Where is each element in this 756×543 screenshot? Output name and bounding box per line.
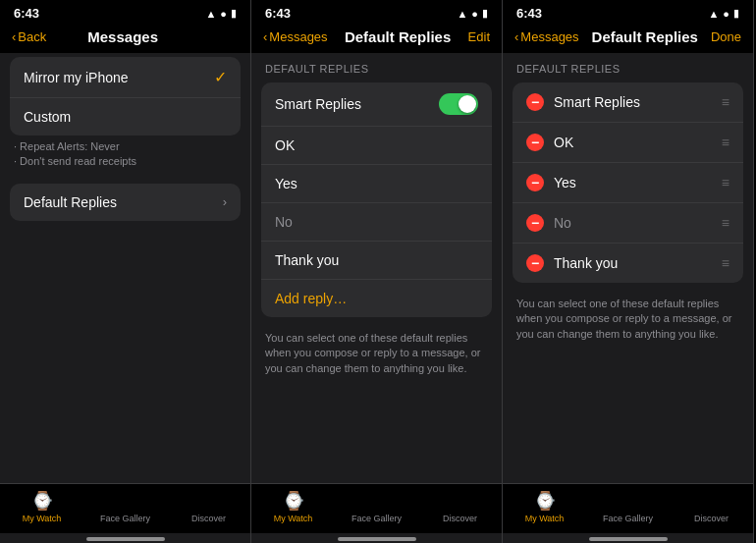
done-button[interactable]: Done: [711, 29, 741, 44]
reply-thankyou-item[interactable]: Thank you: [261, 242, 492, 280]
smart-replies-item[interactable]: Smart Replies: [261, 82, 492, 127]
panel-default-replies-edit: 6:43 ▲ ● ▮ ‹ Messages Default Replies Do…: [503, 0, 754, 543]
status-icons-2: ▲ ● ▮: [457, 7, 488, 20]
back-button-1[interactable]: ‹ Back: [12, 29, 46, 44]
my-watch-label-2: My Watch: [274, 514, 313, 523]
home-indicator-3: [589, 537, 668, 541]
signal-icon-2: ▲: [457, 8, 467, 20]
back-chevron-icon-2: ‹: [263, 29, 267, 44]
delete-no-icon[interactable]: [526, 214, 544, 232]
tab-face-gallery-3[interactable]: ◻ Face Gallery: [586, 490, 670, 523]
discover-label: Discover: [191, 514, 226, 523]
back-button-3[interactable]: ‹ Messages: [514, 29, 579, 44]
smart-replies-toggle[interactable]: [439, 93, 478, 115]
footnote-2: You can select one of these default repl…: [251, 327, 502, 386]
signal-icon: ▲: [205, 8, 216, 20]
reply-ok-label: OK: [275, 137, 478, 153]
drag-handle-thankyou[interactable]: ≡: [722, 255, 729, 271]
delete-thankyou-icon[interactable]: [526, 254, 544, 272]
nav-title-2: Default Replies: [345, 28, 451, 45]
tab-face-gallery-1[interactable]: ◻ Face Gallery: [83, 490, 167, 523]
delete-smart-replies-icon[interactable]: [526, 93, 544, 111]
nav-bar-2: ‹ Messages Default Replies Edit: [251, 23, 502, 53]
content-2: DEFAULT REPLIES Smart Replies OK Yes No …: [251, 53, 502, 483]
section-label-3: DEFAULT REPLIES: [503, 53, 753, 79]
add-reply-item[interactable]: Add reply…: [261, 280, 492, 317]
mirror-iphone-item[interactable]: Mirror my iPhone ✓: [10, 57, 241, 98]
status-time-2: 6:43: [265, 6, 291, 21]
tab-discover-1[interactable]: ◎ Discover: [167, 490, 250, 523]
home-indicator-1: [86, 537, 165, 541]
section-label-2: DEFAULT REPLIES: [251, 53, 502, 79]
back-label-3: Messages: [520, 29, 578, 44]
wifi-icon-2: ●: [471, 8, 478, 20]
default-replies-group: Default Replies ›: [10, 184, 241, 221]
drag-handle-no[interactable]: ≡: [722, 215, 729, 231]
edit-thankyou-item[interactable]: Thank you ≡: [513, 244, 743, 283]
mirror-iphone-check: ✓: [214, 68, 227, 86]
edit-yes-item[interactable]: Yes ≡: [513, 163, 743, 203]
wifi-icon: ●: [220, 8, 227, 20]
status-time-1: 6:43: [14, 6, 39, 21]
my-watch-icon-3: ⌚: [534, 490, 556, 512]
nav-title-3: Default Replies: [592, 28, 698, 45]
smart-replies-label: Smart Replies: [275, 96, 439, 112]
discover-label-2: Discover: [443, 514, 477, 523]
content-1: Mirror my iPhone ✓ Custom · Repeat Alert…: [0, 53, 250, 483]
status-icons-1: ▲ ● ▮: [205, 7, 237, 20]
drag-handle-smart-replies[interactable]: ≡: [722, 94, 729, 110]
battery-icon: ▮: [231, 7, 237, 20]
status-bar-3: 6:43 ▲ ● ▮: [503, 0, 753, 23]
face-gallery-icon-3: ◻: [621, 490, 635, 512]
reply-yes-label: Yes: [275, 176, 478, 191]
tab-discover-3[interactable]: ◎ Discover: [670, 490, 753, 523]
edit-no-item[interactable]: No ≡: [513, 203, 743, 244]
toggle-thumb: [459, 95, 476, 113]
tab-my-watch-2[interactable]: ⌚ My Watch: [251, 490, 335, 523]
tab-my-watch-1[interactable]: ⌚ My Watch: [0, 490, 83, 523]
nav-bar-3: ‹ Messages Default Replies Done: [503, 23, 753, 53]
custom-label: Custom: [24, 109, 71, 125]
reply-ok-item[interactable]: OK: [261, 127, 492, 165]
face-gallery-label: Face Gallery: [100, 514, 150, 523]
back-label-2: Messages: [269, 29, 327, 44]
tab-my-watch-3[interactable]: ⌚ My Watch: [503, 490, 586, 523]
edit-ok-label: OK: [554, 135, 722, 150]
wifi-icon-3: ●: [723, 8, 729, 20]
home-indicator-2: [338, 537, 416, 541]
reply-no-item[interactable]: No: [261, 203, 492, 242]
face-gallery-icon: ◻: [118, 490, 133, 512]
edit-ok-item[interactable]: OK ≡: [513, 123, 743, 163]
delete-yes-icon[interactable]: [526, 174, 544, 191]
discover-label-3: Discover: [694, 514, 729, 523]
edit-no-label: No: [554, 215, 722, 231]
drag-handle-ok[interactable]: ≡: [722, 135, 729, 150]
edit-smart-replies-item[interactable]: Smart Replies ≡: [513, 82, 743, 123]
panel-messages: 6:43 ▲ ● ▮ ‹ Back Messages Mirror my iPh…: [0, 0, 251, 543]
face-gallery-label-3: Face Gallery: [603, 514, 653, 523]
default-replies-item[interactable]: Default Replies ›: [10, 184, 241, 221]
tab-discover-2[interactable]: ◎ Discover: [418, 490, 502, 523]
edit-thankyou-label: Thank you: [554, 255, 722, 271]
my-watch-icon: ⌚: [31, 490, 53, 512]
mirror-iphone-group: Mirror my iPhone ✓ Custom: [10, 57, 241, 136]
discover-icon-3: ◎: [704, 490, 720, 512]
edit-yes-label: Yes: [554, 175, 722, 190]
signal-icon-3: ▲: [708, 8, 719, 20]
my-watch-icon-2: ⌚: [283, 490, 304, 512]
footnote-3: You can select one of these default repl…: [503, 293, 753, 352]
tab-bar-2: ⌚ My Watch ◻ Face Gallery ◎ Discover: [251, 483, 502, 533]
drag-handle-yes[interactable]: ≡: [722, 175, 729, 190]
tab-face-gallery-2[interactable]: ◻ Face Gallery: [335, 490, 418, 523]
custom-item[interactable]: Custom: [10, 98, 241, 136]
default-replies-chevron-icon: ›: [223, 194, 227, 209]
content-3: DEFAULT REPLIES Smart Replies ≡ OK ≡ Yes…: [503, 53, 753, 483]
reply-yes-item[interactable]: Yes: [261, 165, 492, 203]
edit-replies-list: Smart Replies ≡ OK ≡ Yes ≡ No ≡ Thank yo…: [513, 82, 743, 283]
delete-ok-icon[interactable]: [526, 134, 544, 151]
battery-icon-3: ▮: [733, 7, 739, 20]
back-chevron-icon: ‹: [12, 29, 16, 44]
discover-icon: ◎: [201, 490, 217, 512]
edit-button[interactable]: Edit: [468, 29, 490, 44]
back-button-2[interactable]: ‹ Messages: [263, 29, 328, 44]
